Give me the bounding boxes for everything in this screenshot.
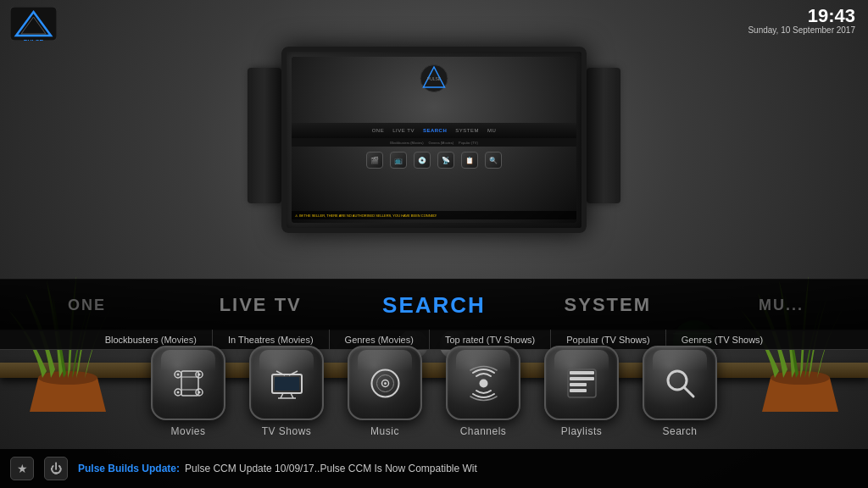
tv-nav: ONE LIVE TV SEARCH SYSTEM MU (292, 123, 576, 138)
tv-nav-mu: MU (487, 128, 496, 133)
svg-text:PULSE: PULSE (24, 39, 44, 41)
playlists-label: Playlists (561, 425, 603, 437)
svg-point-12 (176, 391, 179, 393)
movies-label: Movies (170, 425, 205, 437)
nav-search[interactable]: SEARCH (348, 284, 521, 327)
tv-sub-2: Genres (Movies) (429, 141, 454, 145)
tv-nav-one: ONE (372, 128, 385, 133)
icons-section: Movies TV Shows Music (0, 346, 868, 437)
tv-icon-movies: 🎬 (366, 152, 383, 169)
tv-icons-row: 🎬 📺 💿 📡 📋 🔍 (292, 148, 576, 172)
music-icon-btn[interactable] (348, 346, 422, 420)
icon-item-playlists[interactable]: Playlists (544, 346, 619, 437)
music-label: Music (370, 425, 399, 437)
svg-text:PULSE: PULSE (427, 76, 442, 81)
speaker-left (248, 68, 281, 203)
channels-icon-btn[interactable] (446, 346, 520, 420)
tv-frame: PULSE ONE LIVE TV SEARCH SYSTEM MU Block… (281, 47, 587, 233)
bottom-bar: ★ ⏻ Pulse Builds Update: Pulse CCM Updat… (0, 449, 868, 488)
svg-rect-34 (570, 383, 587, 386)
svg-point-10 (176, 373, 179, 375)
nav-one[interactable]: ONE (0, 288, 174, 323)
tv-display: PULSE ONE LIVE TV SEARCH SYSTEM MU Block… (281, 47, 587, 233)
tv-sub-3: Popular (TV) (459, 141, 478, 145)
nav-system[interactable]: SYSTEM (520, 286, 694, 324)
nav-live-tv[interactable]: LIVE TV (174, 286, 348, 324)
tv-nav-search: SEARCH (423, 128, 447, 133)
app-logo: PULSE (10, 7, 57, 41)
tv-icon-playlists: 📋 (461, 152, 478, 169)
search-icon-btn[interactable] (643, 346, 717, 420)
icon-item-music[interactable]: Music (348, 346, 422, 437)
tv-submenu: Blockbusters (Movies) Genres (Movies) Po… (292, 138, 576, 147)
icon-item-channels[interactable]: Channels (446, 346, 520, 437)
speaker-right (587, 68, 620, 203)
channels-label: Channels (460, 425, 507, 437)
svg-point-30 (384, 382, 387, 385)
ticker-bar: Pulse Builds Update: Pulse CCM Update 10… (78, 463, 858, 474)
ticker-label: Pulse Builds Update: (78, 463, 180, 474)
tv-icon-tv: 📺 (390, 152, 407, 169)
tv-icon-channels: 📡 (437, 152, 454, 169)
svg-rect-32 (570, 371, 594, 374)
svg-rect-21 (275, 377, 299, 391)
icon-item-tv-shows[interactable]: TV Shows (249, 346, 324, 437)
tv-logo: PULSE (420, 64, 449, 93)
tv-shows-icon-btn[interactable] (249, 346, 324, 420)
tv-icon-search: 🔍 (485, 152, 502, 169)
clock: 19:43 Sunday, 10 September 2017 (748, 7, 855, 35)
search-label: Search (662, 425, 697, 437)
clock-time: 19:43 (748, 7, 855, 25)
power-button[interactable]: ⏻ (44, 457, 68, 480)
ticker-text: Pulse CCM Update 10/09/17..Pulse CCM Is … (185, 463, 477, 474)
tv-ticker: ⚠ IM THE SELLER, THERE ARE NO AUTHORISED… (292, 211, 576, 219)
svg-rect-33 (570, 377, 594, 380)
playlists-icon-btn[interactable] (544, 346, 619, 420)
favorites-button[interactable]: ★ (10, 457, 34, 480)
tv-nav-livetv: LIVE TV (392, 128, 415, 133)
svg-point-31 (479, 379, 487, 387)
tv-sub-1: Blockbusters (Movies) (390, 141, 423, 145)
tv-screen: PULSE ONE LIVE TV SEARCH SYSTEM MU Block… (292, 57, 576, 223)
icon-item-movies[interactable]: Movies (151, 346, 225, 437)
svg-rect-35 (570, 389, 587, 392)
nav-music[interactable]: MU... (694, 288, 868, 323)
movies-icon-btn[interactable] (151, 346, 225, 420)
tv-shows-label: TV Shows (262, 425, 312, 437)
tv-ticker-text: ⚠ IM THE SELLER, THERE ARE NO AUTHORISED… (295, 214, 437, 218)
main-nav: ONE LIVE TV SEARCH SYSTEM MU... (0, 279, 868, 331)
tv-nav-system: SYSTEM (455, 128, 479, 133)
svg-point-17 (198, 373, 200, 375)
tv-inner-bg: PULSE ONE LIVE TV SEARCH SYSTEM MU Block… (292, 57, 576, 223)
svg-point-19 (198, 391, 200, 393)
clock-date: Sunday, 10 September 2017 (748, 25, 855, 35)
tv-icon-music: 💿 (414, 152, 431, 169)
svg-line-38 (684, 387, 693, 396)
icon-item-search[interactable]: Search (643, 346, 717, 437)
